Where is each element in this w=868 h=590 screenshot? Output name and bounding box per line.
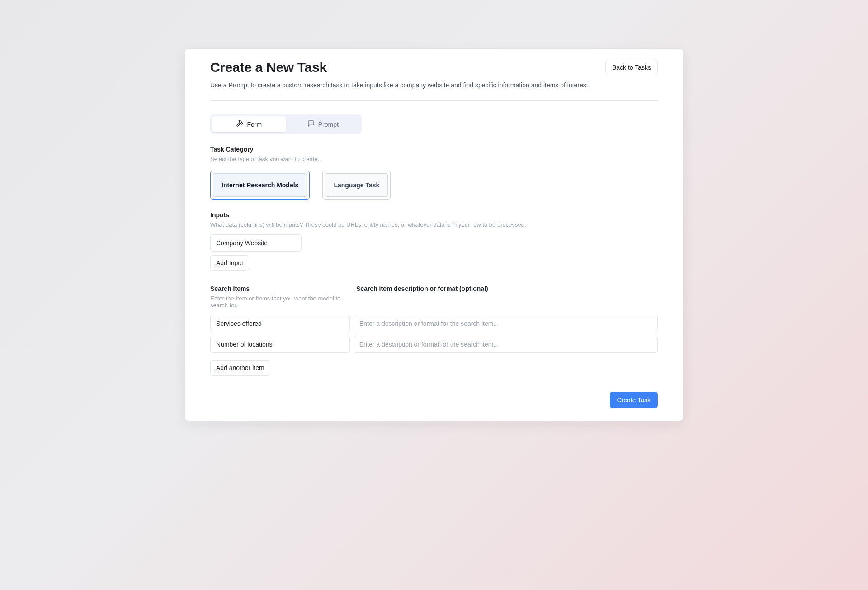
search-items-desc: Enter the Item or Items that you want th…: [210, 295, 350, 309]
search-items-title: Search Items: [210, 285, 350, 292]
category-language-task[interactable]: Language Task: [322, 171, 391, 200]
task-category-desc: Select the type of task you want to crea…: [210, 156, 658, 162]
inputs-title: Inputs: [210, 211, 658, 219]
inputs-desc: What data (columns) will be inputs? Thes…: [210, 221, 658, 228]
hammer-icon: [236, 120, 243, 128]
add-another-item-button[interactable]: Add another item: [210, 360, 270, 376]
category-card-inner: Language Task: [325, 173, 388, 197]
category-label: Language Task: [334, 181, 379, 189]
search-item-input[interactable]: [210, 315, 350, 332]
task-category-title: Task Category: [210, 146, 658, 153]
task-category-section: Task Category Select the type of task yo…: [210, 146, 658, 200]
category-label: Internet Research Models: [222, 181, 298, 189]
divider: [210, 100, 658, 101]
search-row: [210, 315, 658, 332]
input-field-company-website[interactable]: [210, 234, 302, 252]
search-desc-input[interactable]: [354, 315, 658, 332]
tab-prompt[interactable]: Prompt: [286, 116, 360, 132]
page-title: Create a New Task: [210, 60, 327, 75]
search-header-row: Search Items Enter the Item or Items tha…: [210, 285, 658, 309]
create-task-card: Create a New Task Back to Tasks Use a Pr…: [185, 49, 683, 421]
search-desc-title: Search item description or format (optio…: [356, 285, 658, 292]
card-header: Create a New Task Back to Tasks: [210, 60, 658, 75]
tab-prompt-label: Prompt: [318, 121, 339, 128]
search-item-input[interactable]: [210, 336, 350, 353]
task-category-options: Internet Research Models Language Task: [210, 171, 658, 200]
search-row: [210, 336, 658, 353]
tab-form[interactable]: Form: [212, 116, 286, 132]
page-description: Use a Prompt to create a custom research…: [210, 81, 658, 89]
add-input-button[interactable]: Add Input: [210, 255, 249, 271]
tabs-container: Form Prompt: [210, 114, 362, 134]
search-rows: [210, 315, 658, 353]
search-desc-input[interactable]: [354, 336, 658, 353]
category-internet-research-models[interactable]: Internet Research Models: [210, 171, 310, 200]
inputs-section: Inputs What data (columns) will be input…: [210, 211, 658, 271]
create-task-button[interactable]: Create Task: [610, 392, 658, 408]
category-card-inner: Internet Research Models: [213, 173, 307, 197]
footer-row: Create Task: [210, 392, 658, 408]
tab-form-label: Form: [247, 121, 262, 128]
search-items-section: Search Items Enter the Item or Items tha…: [210, 285, 658, 376]
message-square-icon: [307, 120, 315, 128]
back-to-tasks-button[interactable]: Back to Tasks: [605, 60, 658, 75]
